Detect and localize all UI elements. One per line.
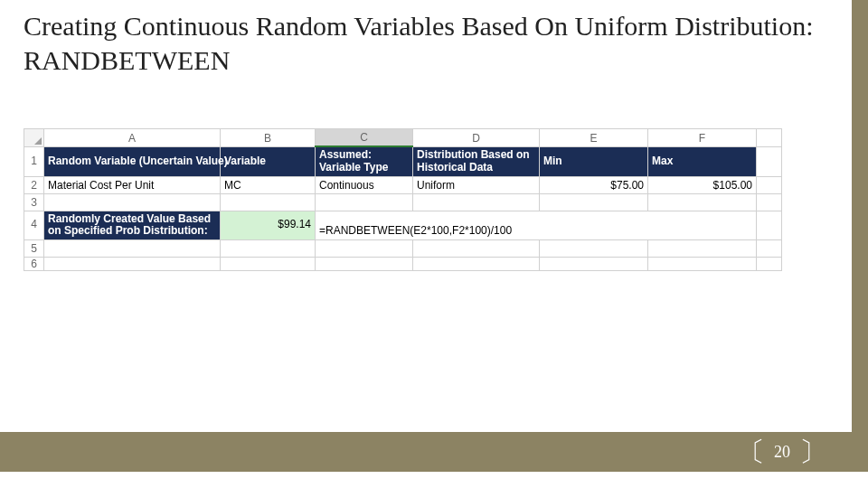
cell-b6[interactable] xyxy=(221,258,316,271)
cell-g1[interactable] xyxy=(757,146,782,176)
row-header-6[interactable]: 6 xyxy=(24,258,44,271)
cell-f6[interactable] xyxy=(648,258,757,271)
cell-c1-text: Assumed: Variable Type xyxy=(319,149,409,174)
col-header-blank[interactable] xyxy=(757,129,782,147)
cell-a1[interactable]: Random Variable (Uncertain Value) xyxy=(44,146,221,176)
col-header-d[interactable]: D xyxy=(413,129,540,147)
cell-c1[interactable]: Assumed: Variable Type xyxy=(316,146,413,176)
table-row: 6 xyxy=(24,258,782,271)
cell-b3[interactable] xyxy=(221,193,316,211)
cell-a2[interactable]: Material Cost Per Unit xyxy=(44,176,221,193)
table-row: 5 xyxy=(24,240,782,258)
accent-stripe xyxy=(852,0,868,488)
cell-d6[interactable] xyxy=(413,258,540,271)
row-header-1[interactable]: 1 xyxy=(24,146,44,176)
cell-e5[interactable] xyxy=(540,240,648,258)
cell-f3[interactable] xyxy=(648,193,757,211)
table-row: 3 xyxy=(24,193,782,211)
cell-c2[interactable]: Continuous xyxy=(316,176,413,193)
cell-g4[interactable] xyxy=(757,211,782,240)
cell-a4[interactable]: Randomly Created Value Based on Specifie… xyxy=(44,211,221,240)
cell-g6[interactable] xyxy=(757,258,782,271)
cell-g3[interactable] xyxy=(757,193,782,211)
col-header-f[interactable]: F xyxy=(648,129,757,147)
cell-f5[interactable] xyxy=(648,240,757,258)
cell-a5[interactable] xyxy=(44,240,221,258)
column-header-row: A B C D E F xyxy=(24,129,782,147)
row-header-5[interactable]: 5 xyxy=(24,240,44,258)
slide-title: Creating Continuous Random Variables Bas… xyxy=(24,9,819,77)
table-row: 4 Randomly Created Value Based on Specif… xyxy=(24,211,782,240)
footer-bar: 〔 20 〕 xyxy=(0,432,868,472)
cell-c5[interactable] xyxy=(316,240,413,258)
cell-c4-formula[interactable]: =RANDBETWEEN(E2*100,F2*100)/100 xyxy=(316,211,757,240)
cell-a3[interactable] xyxy=(44,193,221,211)
page-number-badge: 〔 20 〕 xyxy=(734,438,830,465)
row-header-3[interactable]: 3 xyxy=(24,193,44,211)
bracket-left-icon: 〔 xyxy=(734,438,769,465)
col-header-c[interactable]: C xyxy=(316,129,413,147)
cell-e2[interactable]: $75.00 xyxy=(540,176,648,193)
cell-d1-text: Distribution Based on Historical Data xyxy=(417,149,535,174)
bottom-margin xyxy=(0,472,868,488)
col-header-b[interactable]: B xyxy=(221,129,316,147)
cell-g5[interactable] xyxy=(757,240,782,258)
cell-d1[interactable]: Distribution Based on Historical Data xyxy=(413,146,540,176)
cell-g2[interactable] xyxy=(757,176,782,193)
cell-f2[interactable]: $105.00 xyxy=(648,176,757,193)
cell-d5[interactable] xyxy=(413,240,540,258)
col-header-a[interactable]: A xyxy=(44,129,221,147)
table-row: 2 Material Cost Per Unit MC Continuous U… xyxy=(24,176,782,193)
cell-a4-text: Randomly Created Value Based on Specifie… xyxy=(48,213,216,239)
cell-f1[interactable]: Max xyxy=(648,146,757,176)
grid: A B C D E F 1 Random Variable (Uncertain… xyxy=(24,128,782,271)
cell-a6[interactable] xyxy=(44,258,221,271)
cell-b2[interactable]: MC xyxy=(221,176,316,193)
page-number: 20 xyxy=(769,443,796,462)
cell-e3[interactable] xyxy=(540,193,648,211)
slide: Creating Continuous Random Variables Bas… xyxy=(0,0,868,488)
cell-e1[interactable]: Min xyxy=(540,146,648,176)
cell-e6[interactable] xyxy=(540,258,648,271)
cell-c6[interactable] xyxy=(316,258,413,271)
cell-d3[interactable] xyxy=(413,193,540,211)
table-row: 1 Random Variable (Uncertain Value) Vari… xyxy=(24,146,782,176)
cell-d2[interactable]: Uniform xyxy=(413,176,540,193)
row-header-4[interactable]: 4 xyxy=(24,211,44,240)
cell-b1[interactable]: Variable xyxy=(221,146,316,176)
col-header-e[interactable]: E xyxy=(540,129,648,147)
bracket-right-icon: 〕 xyxy=(796,438,830,465)
cell-c3[interactable] xyxy=(316,193,413,211)
row-header-2[interactable]: 2 xyxy=(24,176,44,193)
cell-b5[interactable] xyxy=(221,240,316,258)
spreadsheet: A B C D E F 1 Random Variable (Uncertain… xyxy=(24,128,781,271)
select-all-corner[interactable] xyxy=(24,129,44,147)
cell-b4[interactable]: $99.14 xyxy=(221,211,316,240)
